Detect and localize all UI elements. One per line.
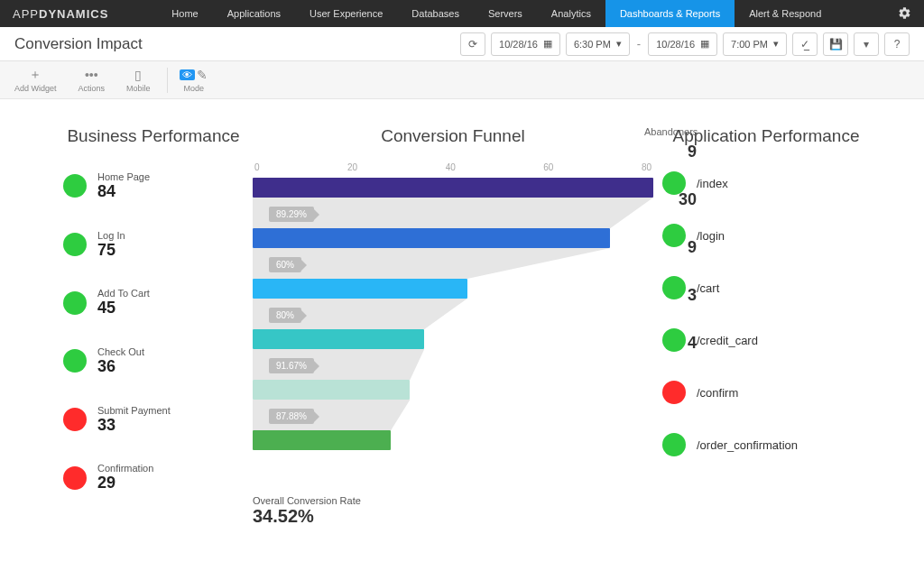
business-performance-column: Business Performance Home Page 84 Log In… [63,126,244,527]
business-text: Confirmation 29 [97,463,153,493]
funnel-stage: 89.29% [253,178,653,228]
nav-item[interactable]: Alert & Respond [735,0,836,27]
business-value: 45 [97,299,150,318]
funnel-bar [253,329,424,349]
chevron-down-icon: ▾ [864,38,869,51]
business-text: Home Page 84 [97,171,150,201]
business-value: 33 [97,416,171,435]
chevron-down-icon: ▾ [773,38,779,50]
abandoners-column: Abandoners 930934 [644,126,697,353]
from-date-picker[interactable]: 10/28/16 ▦ [491,32,560,56]
pencil-icon: ✎ [197,68,208,82]
save-button[interactable]: 💾 [823,32,848,56]
status-dot [63,349,87,373]
apply-button[interactable]: ✓̲ [792,32,818,56]
mobile-label: Mobile [126,84,151,93]
to-time-value: 7:00 PM [731,39,768,50]
brand-logo: APPDYNAMICS [0,7,121,21]
business-value: 36 [97,357,144,376]
save-icon: 💾 [829,38,843,51]
stage-conversion-tag: 80% [269,308,301,323]
nav-item[interactable]: Analytics [537,0,605,27]
page-title: Conversion Impact [14,35,143,53]
help-icon: ? [894,38,901,51]
mobile-icon: ▯ [128,68,148,82]
app-endpoint-label: /credit_card [697,334,758,347]
business-label: Submit Payment [97,405,171,416]
mobile-button[interactable]: ▯ Mobile [121,68,156,93]
funnel-stage: 60% [253,228,653,279]
actions-label: Actions [79,84,106,93]
brand-suffix: DYNAMICS [39,7,108,21]
from-date-value: 10/28/16 [499,39,538,50]
business-row: Add To Cart 45 [63,288,244,318]
calendar-icon: ▦ [543,38,552,50]
stage-conversion-tag: 60% [269,257,301,272]
nav-item[interactable]: Applications [213,0,295,27]
nav-item[interactable]: Servers [474,0,537,27]
nav-item[interactable]: User Experience [295,0,397,27]
funnel-bar [253,178,653,198]
status-dot [63,291,87,315]
app-endpoint-label: /order_confirmation [697,438,798,452]
more-menu-button[interactable]: ▾ [854,32,879,56]
axis-tick: 20 [347,162,357,172]
app-endpoint-label: /confirm [697,386,738,400]
abandoner-value: 3 [688,286,697,305]
mode-button[interactable]: 👁✎ Mode [179,68,210,93]
to-date-picker[interactable]: 10/28/16 ▦ [648,32,717,56]
status-dot [63,174,87,198]
subheader-controls: ⟳ 10/28/16 ▦ 6:30 PM ▾ - 10/28/16 ▦ 7:00… [460,32,910,56]
nav-item[interactable]: Dashboards & Reports [605,0,735,27]
chevron-down-icon: ▾ [616,38,622,50]
business-list: Home Page 84 Log In 75 Add To Cart 45 Ch… [63,171,244,493]
stage-conversion-tag: 89.29% [269,207,314,222]
actions-button[interactable]: ••• Actions [73,68,111,93]
status-dot [63,233,87,256]
funnel-stage: 80% [253,279,653,329]
overall-label: Overall Conversion Rate [253,495,653,506]
add-widget-button[interactable]: ＋ Add Widget [9,68,62,93]
business-row: Home Page 84 [63,171,244,201]
nav-item[interactable]: Databases [397,0,474,27]
from-time-value: 6:30 PM [574,39,611,50]
calendar-icon: ▦ [700,38,709,50]
help-button[interactable]: ? [884,32,910,56]
axis-tick: 40 [446,162,456,172]
plus-icon: ＋ [25,68,45,82]
settings-gear-button[interactable] [885,6,924,22]
business-text: Submit Payment 33 [97,405,171,435]
abandoner-value: 30 [679,190,697,209]
range-separator: - [635,37,642,51]
business-text: Add To Cart 45 [97,288,150,318]
business-row: Log In 75 [63,230,244,260]
funnel-bar [253,279,467,299]
sub-header: Conversion Impact ⟳ 10/28/16 ▦ 6:30 PM ▾… [0,27,924,61]
abandoners-header: Abandoners [644,126,697,137]
funnel-stage [253,430,653,481]
app-endpoint-label: /login [697,229,725,243]
funnel-section-title: Conversion Funnel [253,126,653,146]
refresh-icon: ⟳ [468,38,477,51]
funnel-bar [253,430,391,450]
business-row: Check Out 36 [63,346,244,376]
funnel-column: Conversion Funnel 020406080 89.29%60%80%… [253,126,653,527]
business-text: Log In 75 [97,230,125,260]
axis-tick: 60 [543,162,553,172]
mode-label: Mode [184,84,205,93]
nav-item[interactable]: Home [157,0,212,27]
funnel-stage: 87.88% [253,380,653,430]
from-time-picker[interactable]: 6:30 PM ▾ [566,32,630,56]
refresh-button[interactable]: ⟳ [460,32,485,56]
axis-tick: 0 [254,162,260,172]
funnel-bar [253,228,610,248]
business-value: 29 [97,474,153,493]
abandoners-list: 930934 [644,143,697,353]
status-dot [662,433,686,456]
business-label: Confirmation [97,463,153,474]
brand-prefix: APP [13,7,39,21]
overall-value: 34.52% [253,506,653,527]
add-widget-label: Add Widget [14,84,57,93]
to-time-picker[interactable]: 7:00 PM ▾ [723,32,787,56]
status-dot [63,466,87,490]
